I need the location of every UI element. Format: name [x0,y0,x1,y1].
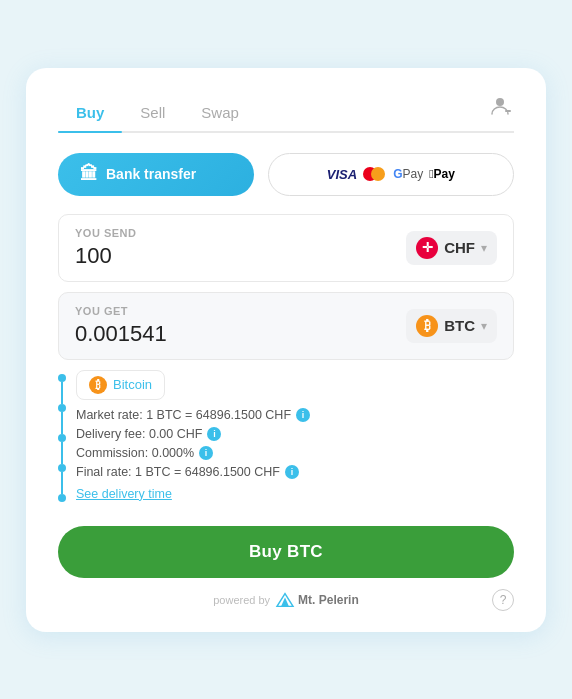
timeline-dot-3 [58,434,66,442]
timeline-dot-5 [58,494,66,502]
get-field-box: YOU GET 0.001541 ₿ BTC ▾ [58,292,514,360]
delivery-time-link[interactable]: See delivery time [76,487,172,501]
timeline [58,370,66,502]
timeline-line-4 [61,472,63,494]
commission-info-icon[interactable]: i [199,446,213,460]
card-payment-button[interactable]: VISA GPay Pay [268,153,514,196]
buy-button[interactable]: Buy BTC [58,526,514,578]
help-icon[interactable]: ? [492,589,514,611]
gpay-label: GPay [393,167,423,181]
bank-icon: 🏛 [80,164,98,185]
payment-methods: 🏛 Bank transfer VISA GPay Pay [58,153,514,196]
info-section: ₿ Bitcoin Market rate: 1 BTC = 64896.150… [58,370,514,502]
btc-flag-icon: ₿ [416,315,438,337]
final-rate-row: Final rate: 1 BTC = 64896.1500 CHF i [76,465,514,479]
send-currency-selector[interactable]: ✛ CHF ▾ [406,231,497,265]
send-value[interactable]: 100 [75,243,136,269]
timeline-dot-4 [58,464,66,472]
get-currency-code: BTC [444,317,475,334]
timeline-dot-1 [58,374,66,382]
get-chevron-icon: ▾ [481,319,487,333]
final-rate-info-icon[interactable]: i [285,465,299,479]
tab-swap[interactable]: Swap [183,96,257,131]
commission-text: Commission: 0.000% [76,446,194,460]
market-rate-row: Market rate: 1 BTC = 64896.1500 CHF i [76,408,514,422]
btc-small-icon: ₿ [89,376,107,394]
market-rate-text: Market rate: 1 BTC = 64896.1500 CHF [76,408,291,422]
mastercard-icon [363,167,385,181]
bank-transfer-button[interactable]: 🏛 Bank transfer [58,153,254,196]
delivery-fee-info-icon[interactable]: i [207,427,221,441]
visa-logo: VISA [327,167,357,182]
send-field-left: YOU SEND 100 [75,227,136,269]
delivery-fee-text: Delivery fee: 0.00 CHF [76,427,202,441]
get-value: 0.001541 [75,321,167,347]
footer: powered by Mt. Pelerin ? [58,592,514,608]
send-currency-code: CHF [444,239,475,256]
get-label: YOU GET [75,305,167,317]
chf-flag-icon: ✛ [416,237,438,259]
tab-sell[interactable]: Sell [122,96,183,131]
pelerin-brand-text: Mt. Pelerin [298,593,359,607]
pelerin-logo: Mt. Pelerin [275,592,359,608]
pelerin-mountain-icon [275,592,295,608]
bitcoin-tag[interactable]: ₿ Bitcoin [76,370,165,400]
market-rate-info-icon[interactable]: i [296,408,310,422]
bank-transfer-label: Bank transfer [106,166,196,182]
get-currency-selector[interactable]: ₿ BTC ▾ [406,309,497,343]
commission-row: Commission: 0.000% i [76,446,514,460]
tab-buy[interactable]: Buy [58,96,122,131]
get-field-left: YOU GET 0.001541 [75,305,167,347]
tab-bar: Buy Sell Swap [58,96,514,133]
timeline-dot-2 [58,404,66,412]
send-chevron-icon: ▾ [481,241,487,255]
header: Buy Sell Swap [58,96,514,133]
info-content: ₿ Bitcoin Market rate: 1 BTC = 64896.150… [76,370,514,502]
apple-pay-label: Pay [429,167,455,181]
timeline-line-1 [61,382,63,404]
send-field-box: YOU SEND 100 ✛ CHF ▾ [58,214,514,282]
timeline-line-2 [61,412,63,434]
final-rate-text: Final rate: 1 BTC = 64896.1500 CHF [76,465,280,479]
delivery-fee-row: Delivery fee: 0.00 CHF i [76,427,514,441]
send-label: YOU SEND [75,227,136,239]
powered-by-label: powered by Mt. Pelerin [213,592,359,608]
main-card: Buy Sell Swap 🏛 Bank transfer VISA GPay … [26,68,546,632]
powered-by-text: powered by [213,594,270,606]
tabs-row: Buy Sell Swap [58,96,514,133]
crypto-name-label: Bitcoin [113,377,152,392]
timeline-line-3 [61,442,63,464]
